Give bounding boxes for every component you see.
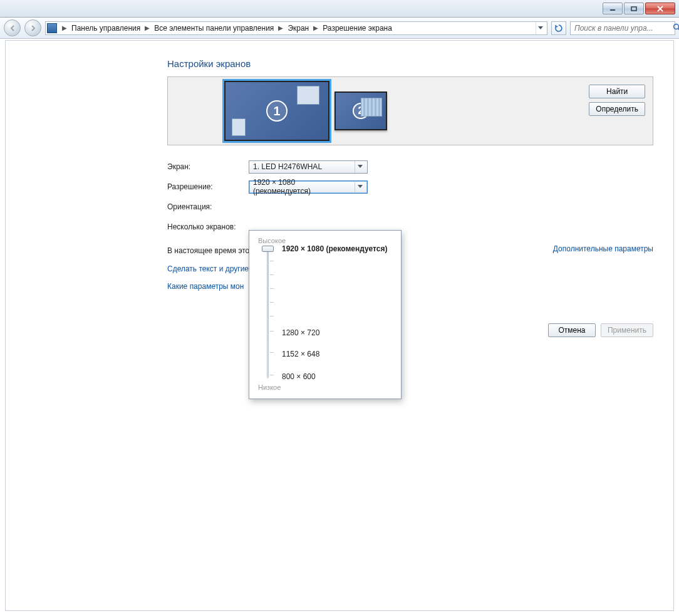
nav-back-button[interactable] bbox=[4, 19, 21, 36]
nav-forward-button[interactable] bbox=[24, 19, 41, 36]
slider-thumb[interactable] bbox=[262, 246, 274, 252]
breadcrumb-item[interactable]: Все элементы панели управления bbox=[152, 24, 276, 33]
resolution-option[interactable]: 1280 × 720 bbox=[282, 328, 319, 337]
monitor-thumb-icon bbox=[232, 118, 246, 136]
resolution-combobox[interactable]: 1920 × 1080 (рекомендуется) bbox=[249, 180, 368, 194]
section-title: Настройки экранов bbox=[167, 58, 653, 69]
breadcrumb-item[interactable]: Разрешение экрана bbox=[321, 24, 394, 33]
status-text: В настоящее время это bbox=[167, 246, 249, 255]
minimize-button[interactable] bbox=[603, 3, 623, 14]
identify-button[interactable]: Определить bbox=[589, 102, 645, 116]
search-box[interactable] bbox=[570, 21, 675, 35]
screen-label: Экран: bbox=[167, 162, 249, 171]
chevron-down-icon bbox=[355, 161, 365, 173]
breadcrumb-bar[interactable]: ▶ Панель управления ▶ Все элементы панел… bbox=[45, 21, 547, 35]
chevron-right-icon: ▶ bbox=[142, 24, 152, 31]
combo-value: 1920 × 1080 (рекомендуется) bbox=[253, 178, 355, 196]
resolution-popup: Высокое 1920 × 1080 (рекомендуется)1280 … bbox=[249, 230, 402, 399]
chevron-right-icon: ▶ bbox=[276, 24, 286, 31]
resolution-slider[interactable] bbox=[262, 247, 273, 378]
multi-screens-label: Несколько экранов: bbox=[167, 222, 261, 231]
monitor-1[interactable]: 1 bbox=[224, 81, 329, 141]
search-input[interactable] bbox=[573, 23, 670, 33]
monitor-thumb-icon bbox=[361, 98, 382, 117]
screen-combobox[interactable]: 1. LED H2476WHAL bbox=[249, 160, 368, 174]
refresh-button[interactable] bbox=[551, 21, 566, 35]
search-icon bbox=[673, 23, 679, 34]
slider-low-label: Низкое bbox=[258, 384, 392, 391]
toolbar: ▶ Панель управления ▶ Все элементы панел… bbox=[0, 18, 679, 39]
breadcrumb-item[interactable]: Панель управления bbox=[70, 24, 142, 33]
monitor-thumb-icon bbox=[297, 86, 319, 105]
control-panel-icon bbox=[47, 23, 57, 33]
advanced-params-link[interactable]: Дополнительные параметры bbox=[553, 244, 653, 253]
resolution-option[interactable]: 1920 × 1080 (рекомендуется) bbox=[282, 244, 387, 253]
slider-rail bbox=[267, 247, 269, 378]
chevron-down-icon bbox=[355, 181, 365, 193]
monitor-number: 1 bbox=[266, 100, 288, 122]
window-titlebar bbox=[0, 0, 679, 18]
chevron-right-icon: ▶ bbox=[311, 24, 321, 31]
maximize-button[interactable] bbox=[624, 3, 644, 14]
resolution-label: Разрешение: bbox=[167, 182, 249, 191]
svg-rect-0 bbox=[610, 9, 615, 11]
orientation-label: Ориентация: bbox=[167, 202, 249, 211]
monitor-preview-box: 1 2 Найти Определить bbox=[167, 76, 653, 145]
content-panel: Настройки экранов 1 2 Найти Определить Э… bbox=[5, 40, 674, 611]
combo-value: 1. LED H2476WHAL bbox=[253, 162, 322, 171]
breadcrumb-item[interactable]: Экран bbox=[286, 24, 311, 33]
cancel-button[interactable]: Отмена bbox=[548, 323, 596, 337]
monitor-2[interactable]: 2 bbox=[334, 91, 387, 130]
find-button[interactable]: Найти bbox=[589, 85, 645, 98]
apply-button[interactable]: Применить bbox=[601, 323, 653, 337]
resolution-option[interactable]: 800 × 600 bbox=[282, 372, 316, 381]
text-size-link[interactable]: Сделать текст и другие bbox=[167, 264, 653, 273]
which-params-link[interactable]: Какие параметры мон bbox=[167, 282, 653, 291]
breadcrumb-history-button[interactable] bbox=[536, 22, 545, 34]
svg-point-2 bbox=[674, 24, 679, 29]
slider-high-label: Высокое bbox=[258, 237, 392, 244]
resolution-option[interactable]: 1152 × 648 bbox=[282, 350, 319, 358]
chevron-right-icon: ▶ bbox=[60, 24, 70, 31]
close-button[interactable] bbox=[645, 3, 675, 14]
svg-rect-1 bbox=[631, 7, 636, 11]
